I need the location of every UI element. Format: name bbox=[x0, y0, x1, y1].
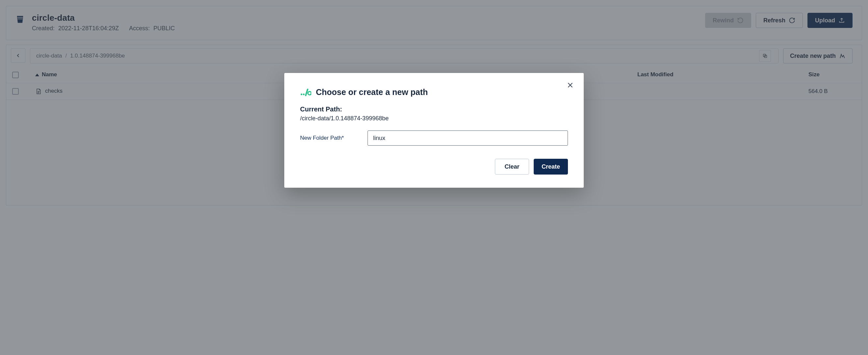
current-path-label: Current Path: bbox=[300, 106, 568, 113]
close-icon bbox=[567, 81, 574, 89]
create-label: Create bbox=[541, 163, 560, 170]
current-path-value: /circle-data/1.0.148874-399968be bbox=[300, 115, 568, 122]
brand-logo-icon bbox=[300, 88, 311, 97]
create-path-modal: Choose or create a new path Current Path… bbox=[284, 73, 584, 188]
modal-title: Choose or create a new path bbox=[316, 87, 428, 97]
new-folder-path-input[interactable] bbox=[368, 131, 568, 146]
clear-button[interactable]: Clear bbox=[495, 159, 529, 175]
svg-point-9 bbox=[301, 93, 302, 95]
create-button[interactable]: Create bbox=[534, 159, 568, 175]
svg-point-10 bbox=[303, 93, 305, 95]
new-folder-path-label: New Folder Path* bbox=[300, 135, 358, 141]
close-button[interactable] bbox=[565, 80, 575, 90]
clear-label: Clear bbox=[504, 163, 519, 170]
modal-overlay[interactable]: Choose or create a new path Current Path… bbox=[0, 0, 868, 355]
